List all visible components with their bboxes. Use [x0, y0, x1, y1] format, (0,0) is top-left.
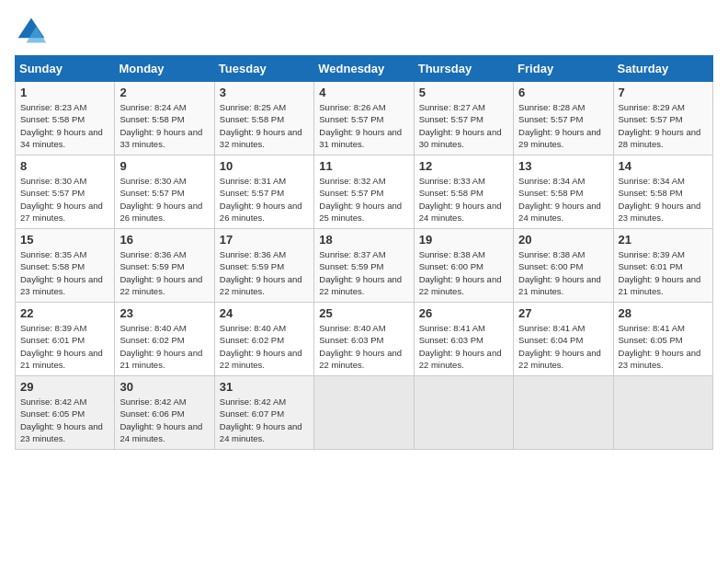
day-info: Sunrise: 8:26 AMSunset: 5:57 PMDaylight:…: [319, 101, 408, 150]
day-number: 28: [619, 306, 708, 320]
calendar-cell: 26 Sunrise: 8:41 AMSunset: 6:03 PMDaylig…: [414, 303, 513, 376]
day-number: 8: [20, 159, 109, 173]
day-info: Sunrise: 8:36 AMSunset: 5:59 PMDaylight:…: [119, 248, 209, 297]
calendar-cell: 7 Sunrise: 8:29 AMSunset: 5:57 PMDayligh…: [613, 82, 712, 155]
weekday-header-monday: Monday: [115, 56, 214, 82]
day-info: Sunrise: 8:39 AMSunset: 6:01 PMDaylight:…: [20, 322, 109, 371]
calendar-week-5: 29 Sunrise: 8:42 AMSunset: 6:05 PMDaylig…: [16, 376, 713, 450]
day-info: Sunrise: 8:42 AMSunset: 6:06 PMDaylight:…: [119, 396, 209, 444]
calendar-cell: 27 Sunrise: 8:41 AMSunset: 6:04 PMDaylig…: [514, 303, 613, 376]
day-number: 29: [20, 380, 109, 394]
calendar-cell: 21 Sunrise: 8:39 AMSunset: 6:01 PMDaylig…: [613, 229, 712, 303]
calendar-header: SundayMondayTuesdayWednesdayThursdayFrid…: [16, 56, 713, 82]
day-info: Sunrise: 8:36 AMSunset: 5:59 PMDaylight:…: [220, 248, 309, 297]
day-number: 2: [119, 86, 209, 99]
calendar-cell: 23 Sunrise: 8:40 AMSunset: 6:02 PMDaylig…: [115, 303, 214, 376]
calendar-cell: 24 Sunrise: 8:40 AMSunset: 6:02 PMDaylig…: [214, 303, 313, 376]
day-number: 15: [20, 233, 109, 247]
calendar-table: SundayMondayTuesdayWednesdayThursdayFrid…: [15, 55, 713, 450]
calendar-cell: 17 Sunrise: 8:36 AMSunset: 5:59 PMDaylig…: [214, 229, 313, 303]
calendar-cell: 16 Sunrise: 8:36 AMSunset: 5:59 PMDaylig…: [115, 229, 214, 303]
day-number: 6: [518, 86, 608, 99]
day-info: Sunrise: 8:30 AMSunset: 5:57 PMDaylight:…: [20, 175, 109, 224]
day-number: 12: [419, 159, 508, 173]
day-number: 26: [419, 306, 508, 320]
weekday-header-saturday: Saturday: [613, 56, 712, 82]
day-info: Sunrise: 8:39 AMSunset: 6:01 PMDaylight:…: [619, 248, 708, 297]
day-number: 25: [319, 306, 408, 320]
header: [15, 15, 713, 48]
day-number: 17: [220, 233, 309, 247]
day-number: 13: [518, 159, 608, 173]
calendar-cell: 31 Sunrise: 8:42 AMSunset: 6:07 PMDaylig…: [214, 376, 313, 450]
calendar-cell: 13 Sunrise: 8:34 AMSunset: 5:58 PMDaylig…: [514, 155, 613, 229]
weekday-header-tuesday: Tuesday: [214, 56, 313, 82]
calendar-cell: 5 Sunrise: 8:27 AMSunset: 5:57 PMDayligh…: [414, 82, 513, 155]
calendar-cell: 10 Sunrise: 8:31 AMSunset: 5:57 PMDaylig…: [214, 155, 313, 229]
calendar-cell: 6 Sunrise: 8:28 AMSunset: 5:57 PMDayligh…: [514, 82, 613, 155]
calendar-cell: 29 Sunrise: 8:42 AMSunset: 6:05 PMDaylig…: [16, 376, 115, 450]
day-number: 21: [619, 233, 708, 247]
calendar-cell: 30 Sunrise: 8:42 AMSunset: 6:06 PMDaylig…: [115, 376, 214, 450]
day-info: Sunrise: 8:27 AMSunset: 5:57 PMDaylight:…: [419, 101, 508, 150]
calendar-week-4: 22 Sunrise: 8:39 AMSunset: 6:01 PMDaylig…: [16, 303, 713, 376]
calendar-week-3: 15 Sunrise: 8:35 AMSunset: 5:58 PMDaylig…: [16, 229, 713, 303]
day-number: 14: [619, 159, 708, 173]
day-number: 30: [119, 380, 209, 394]
day-info: Sunrise: 8:34 AMSunset: 5:58 PMDaylight:…: [518, 175, 608, 224]
day-info: Sunrise: 8:31 AMSunset: 5:57 PMDaylight:…: [220, 175, 309, 224]
calendar-cell: 19 Sunrise: 8:38 AMSunset: 6:00 PMDaylig…: [414, 229, 513, 303]
calendar-cell: 9 Sunrise: 8:30 AMSunset: 5:57 PMDayligh…: [115, 155, 214, 229]
day-number: 9: [119, 159, 209, 173]
day-number: 24: [220, 306, 309, 320]
calendar-cell: 12 Sunrise: 8:33 AMSunset: 5:58 PMDaylig…: [414, 155, 513, 229]
calendar-body: 1 Sunrise: 8:23 AMSunset: 5:58 PMDayligh…: [16, 82, 713, 450]
weekday-header-friday: Friday: [514, 56, 613, 82]
logo-icon: [15, 15, 48, 48]
calendar-cell: 2 Sunrise: 8:24 AMSunset: 5:58 PMDayligh…: [115, 82, 214, 155]
day-info: Sunrise: 8:24 AMSunset: 5:58 PMDaylight:…: [119, 101, 209, 150]
weekday-header-thursday: Thursday: [414, 56, 513, 82]
calendar-cell: 3 Sunrise: 8:25 AMSunset: 5:58 PMDayligh…: [214, 82, 313, 155]
day-number: 3: [220, 86, 309, 99]
day-number: 19: [419, 233, 508, 247]
calendar-week-2: 8 Sunrise: 8:30 AMSunset: 5:57 PMDayligh…: [16, 155, 713, 229]
calendar-cell: 14 Sunrise: 8:34 AMSunset: 5:58 PMDaylig…: [613, 155, 712, 229]
calendar-cell: 25 Sunrise: 8:40 AMSunset: 6:03 PMDaylig…: [314, 303, 414, 376]
day-number: 1: [20, 86, 109, 99]
day-info: Sunrise: 8:38 AMSunset: 6:00 PMDaylight:…: [518, 248, 608, 297]
day-number: 27: [518, 306, 608, 320]
weekday-header-sunday: Sunday: [16, 56, 115, 82]
day-info: Sunrise: 8:25 AMSunset: 5:58 PMDaylight:…: [220, 101, 309, 150]
day-info: Sunrise: 8:40 AMSunset: 6:02 PMDaylight:…: [220, 322, 309, 371]
day-number: 5: [419, 86, 508, 99]
day-info: Sunrise: 8:41 AMSunset: 6:05 PMDaylight:…: [619, 322, 708, 371]
day-info: Sunrise: 8:23 AMSunset: 5:58 PMDaylight:…: [20, 101, 109, 150]
day-number: 31: [220, 380, 309, 394]
calendar-cell: 4 Sunrise: 8:26 AMSunset: 5:57 PMDayligh…: [314, 82, 414, 155]
day-info: Sunrise: 8:41 AMSunset: 6:04 PMDaylight:…: [518, 322, 608, 371]
day-info: Sunrise: 8:38 AMSunset: 6:00 PMDaylight:…: [419, 248, 508, 297]
day-number: 11: [319, 159, 408, 173]
calendar-cell: [514, 376, 613, 450]
day-number: 22: [20, 306, 109, 320]
logo: [15, 15, 51, 48]
weekday-header-wednesday: Wednesday: [314, 56, 414, 82]
calendar-cell: 8 Sunrise: 8:30 AMSunset: 5:57 PMDayligh…: [16, 155, 115, 229]
day-number: 23: [119, 306, 209, 320]
day-info: Sunrise: 8:32 AMSunset: 5:57 PMDaylight:…: [319, 175, 408, 224]
calendar-week-1: 1 Sunrise: 8:23 AMSunset: 5:58 PMDayligh…: [16, 82, 713, 155]
day-info: Sunrise: 8:40 AMSunset: 6:03 PMDaylight:…: [319, 322, 408, 371]
calendar-cell: 1 Sunrise: 8:23 AMSunset: 5:58 PMDayligh…: [16, 82, 115, 155]
calendar-cell: 18 Sunrise: 8:37 AMSunset: 5:59 PMDaylig…: [314, 229, 414, 303]
day-info: Sunrise: 8:28 AMSunset: 5:57 PMDaylight:…: [518, 101, 608, 150]
calendar-cell: [613, 376, 712, 450]
calendar-cell: 11 Sunrise: 8:32 AMSunset: 5:57 PMDaylig…: [314, 155, 414, 229]
day-number: 16: [119, 233, 209, 247]
day-info: Sunrise: 8:33 AMSunset: 5:58 PMDaylight:…: [419, 175, 508, 224]
day-number: 4: [319, 86, 408, 99]
calendar-cell: 15 Sunrise: 8:35 AMSunset: 5:58 PMDaylig…: [16, 229, 115, 303]
day-info: Sunrise: 8:42 AMSunset: 6:05 PMDaylight:…: [20, 396, 109, 444]
calendar-cell: 20 Sunrise: 8:38 AMSunset: 6:00 PMDaylig…: [514, 229, 613, 303]
day-info: Sunrise: 8:34 AMSunset: 5:58 PMDaylight:…: [619, 175, 708, 224]
